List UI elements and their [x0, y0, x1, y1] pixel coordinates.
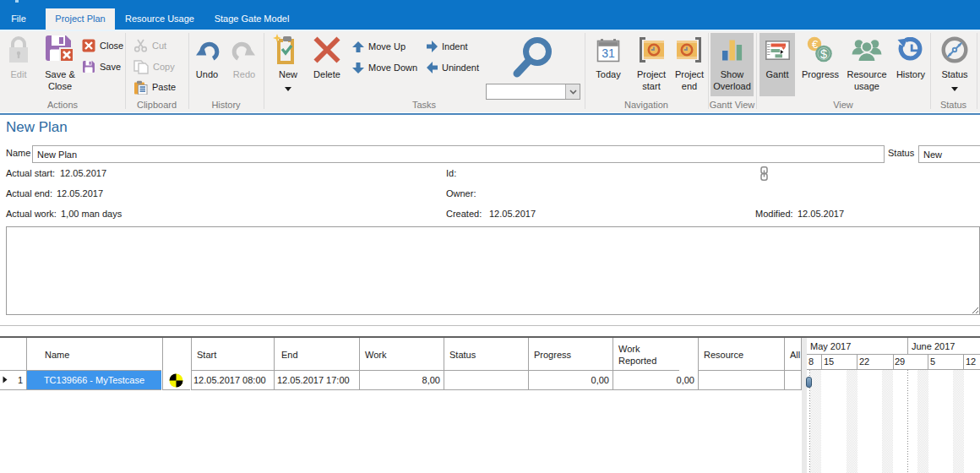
column-header-end[interactable]: End: [275, 338, 359, 371]
delete-button[interactable]: Delete: [308, 33, 346, 80]
cut-icon: [133, 39, 148, 52]
status-button[interactable]: Status: [934, 33, 975, 93]
column-header-start[interactable]: Start: [192, 338, 274, 371]
task-name-cell[interactable]: TC139666 - MyTestcase: [27, 371, 161, 390]
dropdown-caret-icon: [951, 87, 958, 91]
gantt-week-22: 22: [859, 356, 869, 367]
lock-icon: [6, 35, 31, 64]
arrow-left-icon: [427, 62, 438, 73]
title-bar: [0, 0, 980, 8]
gantt-week-header: 8 15 22 29 5 12: [807, 355, 980, 370]
gantt-task-bar[interactable]: [806, 377, 812, 388]
column-header-name[interactable]: Name: [27, 338, 161, 371]
ribbon-bottom-line: [0, 113, 980, 115]
column-header-resource[interactable]: Resource: [699, 338, 784, 371]
gantt-weekend-band: [847, 370, 858, 473]
task-work-reported-cell[interactable]: 0,00: [613, 371, 698, 390]
today-button[interactable]: 31 Today: [589, 33, 628, 80]
cut-button[interactable]: Cut: [133, 39, 166, 52]
actual-start-value: 12.05.2017: [60, 168, 106, 178]
gantt-toggle[interactable]: Gantt: [760, 33, 795, 96]
project-start-icon: [637, 37, 666, 63]
save-and-close-button[interactable]: Save & Close: [39, 33, 81, 92]
name-label: Name: [6, 148, 30, 158]
copy-icon: [133, 60, 149, 74]
task-progress-cell[interactable]: 0,00: [529, 371, 612, 390]
project-end-button[interactable]: Project end: [670, 33, 709, 92]
tab-stage-gate-model[interactable]: Stage Gate Model: [204, 8, 299, 30]
owner-label: Owner:: [446, 188, 476, 198]
group-label-history: History: [188, 100, 264, 110]
redo-button[interactable]: Redo: [226, 33, 262, 80]
attachment-link-icon[interactable]: [760, 166, 768, 181]
gantt-week-8: 8: [808, 356, 814, 367]
status-input[interactable]: [918, 145, 980, 163]
status-label: Status: [888, 148, 914, 158]
ribbon: Edit Save & Close Close: [0, 31, 980, 112]
tab-resource-usage[interactable]: Resource Usage: [115, 8, 204, 30]
ribbon-group-separator: [585, 33, 585, 109]
search-icon[interactable]: [511, 37, 555, 84]
gantt-weekend-band: [917, 370, 928, 473]
show-overload-toggle[interactable]: Show Overload: [710, 33, 754, 96]
task-work-cell[interactable]: 8,00: [360, 371, 444, 390]
new-button[interactable]: New: [269, 33, 308, 93]
column-header-all-r[interactable]: All Resources: [785, 338, 802, 371]
search-combo-value[interactable]: [487, 84, 565, 99]
edit-button[interactable]: Edit: [2, 33, 35, 80]
group-label-tasks: Tasks: [264, 100, 585, 110]
column-header-work-reported[interactable]: Work Reported: [613, 338, 679, 371]
resource-usage-button[interactable]: Resource usage: [844, 33, 890, 92]
redo-icon: [231, 36, 258, 63]
task-type-cell[interactable]: [162, 371, 190, 390]
column-header-indicator[interactable]: [0, 338, 26, 371]
gantt-week-separator: [821, 355, 822, 370]
paste-button[interactable]: Paste: [133, 80, 176, 94]
ribbon-group-separator: [264, 33, 264, 109]
move-down-button[interactable]: Move Down: [352, 61, 417, 74]
task-grid: Name Start End Work Status Progress Work…: [0, 338, 802, 390]
today-calendar-icon: 31: [596, 38, 620, 63]
status-compass-icon: [941, 36, 968, 63]
task-status-cell[interactable]: [444, 371, 528, 390]
save-icon: [82, 60, 95, 73]
gantt-month-separator: [907, 338, 908, 355]
tab-project-plan[interactable]: Project Plan: [46, 8, 115, 30]
gantt-week-15: 15: [824, 356, 834, 367]
splitter-line[interactable]: [0, 325, 980, 326]
gantt-chart-area: [807, 370, 980, 473]
undo-button[interactable]: Undo: [189, 33, 225, 80]
project-start-button[interactable]: Project start: [630, 33, 672, 92]
history-button[interactable]: History: [891, 33, 930, 80]
close-button[interactable]: Close: [82, 39, 123, 52]
column-header-work[interactable]: Work: [360, 338, 444, 371]
progress-button[interactable]: € $ Progress: [799, 33, 841, 80]
gantt-weekend-band: [953, 370, 964, 473]
task-end-cell[interactable]: 12.05.2017 17:00: [275, 371, 359, 390]
indent-button[interactable]: Indent: [427, 40, 468, 53]
copy-button[interactable]: Copy: [133, 60, 175, 73]
arrow-up-icon: [352, 41, 364, 52]
combo-dropdown-button[interactable]: [565, 84, 580, 99]
gantt-weekend-band: [882, 370, 893, 473]
move-up-button[interactable]: Move Up: [352, 40, 406, 53]
column-header-progress[interactable]: Progress: [529, 338, 612, 371]
task-all-r-cell[interactable]: [785, 371, 802, 390]
actual-end-value: 12.05.2017: [57, 188, 103, 198]
row-indicator-cell[interactable]: 1: [0, 371, 26, 390]
column-header-status[interactable]: Status: [444, 338, 528, 371]
delete-icon: [313, 36, 340, 63]
paste-icon: [133, 80, 148, 95]
task-start-cell[interactable]: 12.05.2017 08:00: [192, 371, 274, 390]
dropdown-caret-icon: [285, 87, 291, 91]
id-label: Id:: [446, 168, 456, 178]
arrow-down-icon: [352, 63, 364, 73]
save-button[interactable]: Save: [82, 60, 121, 73]
tab-file[interactable]: File: [0, 8, 37, 30]
description-textarea[interactable]: [6, 226, 980, 315]
task-resource-cell[interactable]: [699, 371, 784, 390]
name-input[interactable]: [32, 145, 885, 163]
search-combobox[interactable]: [486, 84, 580, 100]
testcase-icon: [169, 373, 183, 388]
unindent-button[interactable]: Unindent: [427, 61, 479, 74]
